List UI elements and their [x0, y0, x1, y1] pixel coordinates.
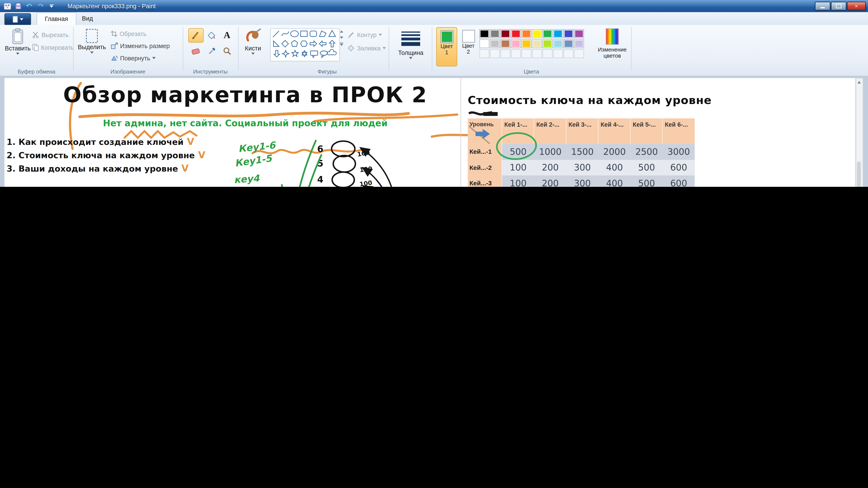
color1-swatch [440, 31, 453, 43]
palette-swatch[interactable] [553, 29, 563, 38]
tab-home[interactable]: Главная [36, 12, 76, 25]
fill-bucket-icon [207, 31, 216, 40]
t1-row-label: Кей...-2 [468, 160, 502, 175]
t1-corner-cell: Уровень [468, 119, 502, 144]
t1-cell: 2000 [598, 144, 631, 160]
palette-swatch[interactable] [574, 29, 584, 38]
agenda-list: 1. Как происходит создание ключейV 2. Ст… [6, 135, 205, 175]
t1-cell: 600 [663, 160, 695, 175]
paste-button[interactable]: Вставить [5, 28, 30, 55]
resize-icon [111, 42, 118, 49]
file-icon [12, 16, 18, 23]
palette-swatch[interactable] [532, 29, 542, 38]
qat-customize-chevron-icon[interactable] [48, 2, 56, 10]
palette-swatch-empty[interactable] [563, 49, 574, 58]
palette-swatch[interactable] [542, 29, 553, 38]
tab-view[interactable]: Вид [74, 12, 101, 24]
palette-swatch[interactable] [490, 29, 500, 38]
palette-swatch[interactable] [511, 29, 521, 38]
palette-swatch[interactable] [563, 29, 574, 38]
copy-icon [32, 44, 39, 51]
vertical-scrollbar[interactable] [856, 78, 863, 187]
color1-button[interactable]: Цвет1 [436, 27, 457, 66]
select-button[interactable]: Выделить [79, 28, 105, 54]
palette-swatch[interactable] [490, 39, 500, 48]
slide-subtitle: Нет админа, нет сайта. Социальный проект… [38, 118, 453, 128]
palette-swatch-empty[interactable] [574, 49, 584, 58]
palette-swatch[interactable] [500, 29, 510, 38]
text-tool[interactable]: A [219, 28, 235, 42]
pencil-tool[interactable] [188, 28, 204, 42]
undo-button[interactable] [25, 2, 33, 10]
palette-swatch[interactable] [479, 39, 489, 48]
palette-swatch[interactable] [553, 39, 563, 48]
palette-swatch-empty[interactable] [553, 49, 563, 58]
palette-swatch[interactable] [532, 39, 542, 48]
rotate-button[interactable]: Повернуть [111, 55, 156, 61]
palette-swatch-empty[interactable] [532, 49, 542, 58]
rotate-icon [111, 55, 118, 61]
palette-swatch[interactable] [479, 29, 489, 38]
palette-swatch[interactable] [500, 39, 510, 48]
t1-row-label: Кей...-3 [468, 175, 502, 187]
close-button[interactable]: × [847, 2, 866, 10]
thickness-button[interactable]: Толщина [394, 29, 428, 59]
palette-swatch[interactable] [542, 39, 553, 48]
fill-tool[interactable] [204, 28, 219, 42]
cut-button[interactable]: Вырезать [32, 32, 69, 38]
palette-swatch[interactable] [574, 39, 584, 48]
shapes-grid-icon[interactable] [271, 29, 338, 60]
agenda-item: 3. Ваши доходы на каждом уровнеV [6, 162, 205, 175]
window-controls: × [815, 2, 866, 10]
svg-text:Кеу1-6: Кеу1-6 [238, 139, 277, 154]
scroll-up-icon[interactable] [340, 31, 343, 33]
color2-swatch [462, 30, 475, 42]
palette-swatch-empty[interactable] [490, 49, 500, 58]
color2-button[interactable]: Цвет2 [458, 27, 478, 65]
copy-button[interactable]: Копировать [32, 44, 74, 51]
minimize-button[interactable] [815, 2, 830, 10]
brushes-button[interactable]: Кисти [240, 28, 266, 55]
palette-swatch-empty[interactable] [500, 49, 510, 58]
text-tool-icon: A [223, 30, 230, 41]
palette-swatch[interactable] [522, 39, 531, 48]
shapes-group-label: Фигуры [266, 69, 389, 75]
palette-swatch[interactable] [522, 29, 531, 38]
maximize-button[interactable] [831, 2, 846, 10]
palette-swatch-empty[interactable] [542, 49, 553, 58]
application-menu-button[interactable] [4, 13, 31, 25]
shapes-more-icon[interactable] [340, 42, 343, 46]
save-button[interactable] [14, 2, 22, 10]
paint-canvas[interactable]: Обзор маркетинга в ПРОК 2 Нет админа, не… [4, 78, 855, 187]
palette-swatch-empty[interactable] [522, 49, 531, 58]
outline-pencil-icon [347, 32, 355, 38]
vertical-scroll-thumb[interactable] [857, 162, 861, 187]
crop-button[interactable]: Обрезать [111, 31, 147, 37]
key-diagram-drawing: Кеу1-6 Кеу1-5 кеу4 Кеу1-3 Кеу1-2 кеу1-1 … [234, 133, 417, 187]
magnifier-tool[interactable] [219, 44, 235, 58]
redo-button[interactable] [36, 2, 44, 10]
outline-button[interactable]: Контур [347, 32, 382, 38]
chevron-down-icon [16, 53, 20, 55]
scroll-down-icon[interactable] [340, 36, 343, 38]
t1-col-header: Кей 2-... [534, 119, 566, 144]
colors-group-label: Цвета [432, 69, 631, 75]
svg-text:кеу4: кеу4 [234, 173, 260, 185]
edit-colors-button[interactable]: Изменение цветов [595, 28, 630, 59]
color-picker-tool[interactable] [204, 44, 219, 58]
ribbon-tab-row: Главная Вид [0, 12, 868, 25]
screen: Маркеьтенг прок333.png - Paint × Главная… [0, 0, 868, 187]
resize-button[interactable]: Изменить размер [111, 42, 170, 49]
clipboard-icon [12, 28, 24, 45]
shapes-scroll[interactable] [340, 31, 343, 46]
chevron-down-icon [152, 57, 156, 59]
palette-swatch[interactable] [563, 39, 574, 48]
eraser-tool[interactable] [188, 44, 204, 58]
t1-cell: 400 [598, 175, 631, 187]
paint-app-icon [3, 2, 11, 10]
palette-swatch-empty[interactable] [511, 49, 521, 58]
t1-cell: 1000 [534, 144, 566, 160]
fill-shape-button[interactable]: Заливка [347, 45, 386, 52]
palette-swatch-empty[interactable] [479, 49, 489, 58]
palette-swatch[interactable] [511, 39, 521, 48]
